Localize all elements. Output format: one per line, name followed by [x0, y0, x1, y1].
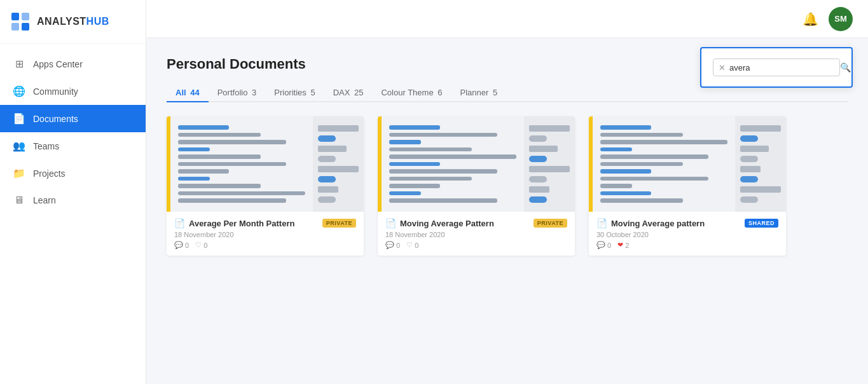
doc-lines	[382, 116, 524, 212]
doc-line	[389, 198, 497, 203]
sidebar-item-learn[interactable]: 🖥 Learn	[0, 187, 146, 214]
filter-tab-priorities-count: 5	[310, 88, 315, 97]
doc-line	[178, 191, 305, 196]
projects-icon: 📁	[13, 167, 25, 179]
sidebar-item-label: Projects	[33, 168, 65, 179]
svg-rect-0	[11, 13, 19, 20]
doc-preview	[378, 116, 575, 212]
sidebar-item-community[interactable]: 🌐 Community	[0, 78, 146, 105]
svg-rect-2	[11, 23, 19, 31]
search-input[interactable]	[729, 63, 836, 72]
side-block	[529, 125, 570, 132]
doc-badge: SHARED	[745, 219, 778, 228]
svg-rect-1	[22, 13, 29, 20]
app-name: ANALYSTHUB	[37, 16, 109, 27]
comment-icon: 💬	[385, 241, 394, 249]
doc-line	[600, 198, 683, 203]
filter-tab-priorities[interactable]: Priorities 5	[265, 84, 324, 102]
filter-tab-colour-theme-count: 6	[437, 88, 442, 97]
document-card[interactable]: 📄 Moving Average Pattern PRIVATE 18 Nove…	[378, 116, 575, 256]
doc-line	[389, 162, 440, 167]
doc-line	[389, 140, 421, 144]
doc-info: 📄 Moving Average Pattern PRIVATE 18 Nove…	[378, 212, 575, 256]
side-toggle	[529, 176, 547, 182]
doc-line	[600, 140, 727, 144]
side-toggle	[529, 156, 547, 162]
doc-line	[389, 154, 516, 159]
doc-name: 📄 Average Per Month Pattern	[174, 218, 294, 228]
side-block	[740, 146, 769, 152]
filter-tab-priorities-label: Priorities	[274, 88, 308, 97]
side-toggle	[318, 156, 336, 162]
doc-side-panel	[524, 116, 575, 212]
doc-badge: PRIVATE	[534, 219, 567, 228]
doc-line	[600, 125, 651, 130]
like-count: 0	[415, 242, 418, 249]
search-clear-icon[interactable]: ✕	[719, 63, 726, 72]
doc-line	[389, 147, 472, 152]
doc-line	[389, 184, 440, 188]
main-area: 🔔 SM Personal Documents All 44 Portfolio…	[146, 0, 868, 384]
side-block	[529, 146, 558, 152]
document-card[interactable]: 📄 Moving Average pattern SHARED 30 Octob…	[589, 116, 786, 256]
comment-count: 0	[185, 242, 189, 249]
sidebar: ANALYSTHUB ⊞ Apps Center 🌐 Community 📄 D…	[0, 0, 146, 384]
doc-line	[600, 154, 708, 159]
search-submit-icon[interactable]: 🔍	[840, 62, 851, 72]
sidebar-item-label: Documents	[33, 114, 78, 124]
doc-line	[600, 147, 632, 152]
filter-tab-planner[interactable]: Planner 5	[451, 84, 506, 102]
like-icon: ♡	[195, 241, 202, 249]
doc-name-row: 📄 Average Per Month Pattern PRIVATE	[174, 218, 356, 228]
doc-date: 18 November 2020	[385, 231, 567, 238]
logo: ANALYSTHUB	[0, 0, 146, 44]
filter-tab-portfolio[interactable]: Portfolio 3	[209, 84, 266, 102]
like-icon: ♡	[406, 241, 413, 249]
sidebar-item-teams[interactable]: 👥 Teams	[0, 132, 146, 160]
comment-icon: 💬	[174, 241, 183, 249]
filter-tab-all-label: All	[176, 88, 188, 97]
side-block	[740, 186, 781, 193]
filter-tab-dax-label: DAX	[333, 88, 352, 97]
side-toggle	[318, 196, 336, 203]
doc-line	[600, 169, 651, 174]
doc-line	[600, 162, 683, 167]
document-card[interactable]: 📄 Average Per Month Pattern PRIVATE 18 N…	[167, 116, 364, 256]
comment-count: 0	[607, 242, 611, 249]
doc-line	[178, 198, 286, 203]
notification-bell-icon[interactable]: 🔔	[803, 11, 818, 27]
svg-rect-3	[22, 23, 29, 31]
search-overlay: ✕ 🔍	[700, 47, 853, 88]
filter-tab-all-count: 44	[190, 88, 199, 97]
search-box: ✕ 🔍	[713, 58, 840, 76]
comment-action: 💬 0	[385, 241, 400, 249]
doc-line	[389, 125, 440, 130]
logo-icon	[10, 11, 31, 32]
content-area: Personal Documents All 44 Portfolio 3 Pr…	[146, 38, 868, 384]
filter-tab-dax[interactable]: DAX 25	[324, 84, 373, 102]
doc-line	[178, 125, 229, 130]
doc-line	[178, 147, 210, 152]
doc-line	[600, 191, 651, 196]
doc-date: 18 November 2020	[174, 231, 356, 238]
sidebar-item-documents[interactable]: 📄 Documents	[0, 105, 146, 132]
side-toggle	[740, 176, 758, 182]
sidebar-item-projects[interactable]: 📁 Projects	[0, 160, 146, 187]
doc-badge: PRIVATE	[322, 219, 356, 228]
avatar[interactable]: SM	[829, 7, 853, 31]
like-action: ♡ 0	[406, 241, 418, 249]
sidebar-item-apps-center[interactable]: ⊞ Apps Center	[0, 50, 146, 78]
sidebar-item-label: Learn	[33, 195, 56, 205]
side-block	[529, 186, 549, 193]
doc-line	[389, 133, 497, 137]
side-toggle	[740, 156, 758, 162]
topbar: 🔔 SM	[146, 0, 868, 38]
side-block	[318, 146, 347, 152]
like-count: 2	[625, 242, 629, 249]
comment-action: 💬 0	[174, 241, 189, 249]
filter-tab-all[interactable]: All 44	[167, 84, 209, 102]
documents-icon: 📄	[13, 113, 25, 125]
doc-line	[178, 177, 210, 181]
doc-line	[389, 191, 421, 196]
filter-tab-colour-theme[interactable]: Colour Theme 6	[372, 84, 451, 102]
